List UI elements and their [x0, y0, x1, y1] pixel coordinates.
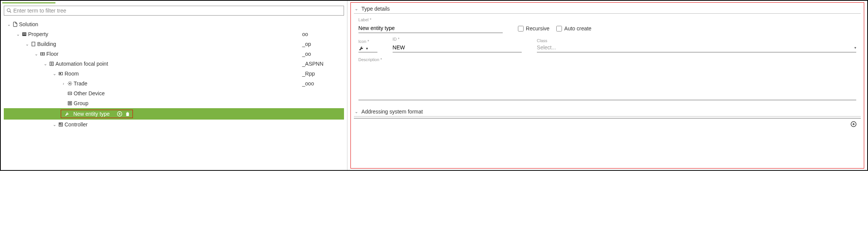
file-icon [11, 22, 19, 27]
add-address-icon[interactable] [850, 121, 857, 128]
floor-icon [39, 51, 46, 57]
section-title: Type details [361, 6, 390, 12]
add-icon[interactable] [117, 111, 123, 117]
svg-rect-5 [25, 33, 26, 34]
wrench-icon [63, 111, 71, 117]
svg-point-28 [70, 93, 71, 93]
tree-label: New entity type [73, 111, 110, 117]
search-icon [6, 8, 12, 13]
svg-point-0 [7, 9, 10, 12]
controller-icon [57, 122, 65, 127]
dropdown-caret-icon: ▾ [854, 46, 856, 50]
tree-item-solution[interactable]: ⌄ Solution [4, 19, 344, 29]
tree-code: _ASPNN [302, 61, 344, 67]
tree-code: _ooo [302, 80, 344, 87]
svg-rect-38 [60, 123, 60, 124]
svg-point-31 [70, 102, 71, 103]
tree-item-floor[interactable]: ⌄ Floor _oo [4, 49, 344, 59]
chevron-down-icon: ⌄ [52, 71, 57, 76]
tree-label: Other Device [74, 90, 344, 96]
svg-rect-6 [23, 34, 24, 35]
tree-code: oo [302, 31, 344, 37]
chevron-down-icon: ⌄ [354, 6, 359, 11]
wrench-icon [358, 45, 365, 51]
tree-item-room[interactable]: ⌄ Room _Rpp [4, 69, 344, 79]
type-details-header[interactable]: ⌄ Type details [354, 4, 861, 14]
property-icon [21, 32, 28, 37]
tree-code: _Rpp [302, 71, 344, 77]
chevron-down-icon: ⌄ [52, 122, 57, 127]
building-icon [30, 41, 37, 47]
label-field-label: Label * [358, 17, 503, 22]
group-icon [66, 101, 74, 106]
svg-rect-4 [24, 33, 25, 34]
tree-item-building[interactable]: ⌄ Building _op [4, 39, 344, 49]
class-field-label: Class [537, 38, 856, 43]
tree-item-property[interactable]: ⌄ Property oo [4, 29, 344, 39]
chevron-down-icon: ⌄ [24, 42, 30, 47]
chevron-down-icon: ⌄ [15, 32, 21, 37]
tree-item-group[interactable]: Group [4, 98, 344, 108]
svg-point-32 [69, 104, 69, 104]
selection-highlight: New entity type [61, 110, 133, 118]
tree-item-afp[interactable]: ⌄ Automation focal point _ASPNN [4, 59, 344, 69]
svg-rect-24 [60, 73, 61, 74]
svg-rect-8 [25, 34, 26, 35]
autocreate-checkbox-wrap[interactable]: Auto create [556, 25, 592, 32]
trade-icon [66, 81, 74, 86]
details-inner: ⌄ Type details Label * Recursive Auto cr… [350, 2, 864, 169]
filter-input-wrap[interactable] [4, 6, 344, 16]
tree-label: Solution [19, 21, 344, 27]
svg-rect-3 [23, 33, 24, 34]
svg-rect-26 [68, 92, 71, 95]
addressing-header[interactable]: ⌄ Addressing system format [354, 107, 861, 117]
id-field-label: ID * [393, 37, 522, 41]
autocreate-label: Auto create [564, 25, 592, 32]
tree-panel: ⌄ Solution ⌄ Property oo ⌄ Building [1, 1, 347, 170]
tree-item-trade[interactable]: › Trade _ooo [4, 79, 344, 88]
tree-code: _op [302, 41, 344, 47]
tree-label: Room [65, 71, 302, 77]
class-select[interactable]: Select... ▾ [537, 44, 856, 52]
tree-item-new-entity[interactable]: New entity type [4, 108, 344, 120]
filter-input[interactable] [13, 8, 341, 14]
automation-icon [48, 61, 55, 66]
svg-point-30 [69, 102, 69, 103]
svg-rect-9 [32, 42, 35, 46]
chevron-down-icon: ⌄ [6, 22, 11, 27]
details-panel: ⌄ Type details Label * Recursive Auto cr… [347, 1, 867, 170]
recursive-checkbox[interactable] [518, 26, 524, 32]
tree-label: Property [28, 31, 302, 37]
autocreate-checkbox[interactable] [556, 26, 562, 32]
class-placeholder: Select... [537, 44, 556, 50]
chevron-down-icon: ⌄ [354, 109, 359, 114]
chevron-down-icon: ⌄ [33, 52, 39, 57]
icon-field-label: Icon * [358, 39, 377, 44]
svg-point-27 [69, 93, 69, 93]
svg-point-25 [69, 83, 71, 84]
tree-label: Floor [46, 51, 302, 57]
id-input[interactable] [393, 43, 522, 52]
svg-rect-7 [24, 34, 25, 35]
tree: ⌄ Solution ⌄ Property oo ⌄ Building [2, 17, 346, 132]
description-input[interactable] [358, 77, 856, 100]
dropdown-caret-icon: ▾ [366, 46, 368, 50]
svg-line-1 [10, 11, 11, 13]
delete-icon[interactable] [125, 111, 130, 117]
addressing-title: Addressing system format [361, 109, 423, 115]
recursive-label: Recursive [526, 25, 549, 32]
tree-item-controller[interactable]: ⌄ Controller [4, 120, 344, 129]
tree-label: Controller [65, 121, 344, 128]
device-icon [66, 91, 74, 96]
tree-item-other-device[interactable]: Other Device [4, 88, 344, 98]
svg-point-33 [70, 104, 71, 104]
label-input[interactable] [358, 24, 503, 33]
accent-bar [2, 2, 55, 3]
tree-label: Group [74, 100, 344, 106]
room-icon [57, 71, 65, 76]
chevron-right-icon: › [61, 81, 66, 86]
icon-selector[interactable]: ▾ [358, 45, 377, 52]
description-label: Description * [358, 57, 382, 62]
tree-label: Automation focal point [55, 61, 302, 67]
recursive-checkbox-wrap[interactable]: Recursive [518, 25, 549, 32]
